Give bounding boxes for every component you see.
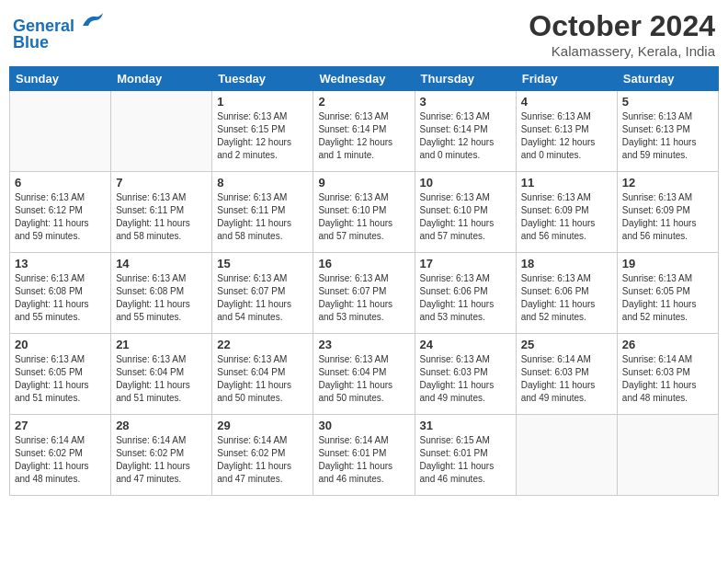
day-number: 15 xyxy=(217,257,308,270)
calendar-cell: 6Sunrise: 6:13 AMSunset: 6:12 PMDaylight… xyxy=(10,172,111,253)
day-number: 2 xyxy=(318,95,409,109)
calendar-cell: 30Sunrise: 6:14 AMSunset: 6:01 PMDayligh… xyxy=(313,415,415,496)
day-number: 3 xyxy=(420,95,511,109)
location: Kalamassery, Kerala, India xyxy=(529,43,715,59)
weekday-header-tuesday: Tuesday xyxy=(212,67,313,91)
calendar-cell: 23Sunrise: 6:13 AMSunset: 6:04 PMDayligh… xyxy=(313,334,415,415)
day-info: Sunrise: 6:13 AMSunset: 6:15 PMDaylight:… xyxy=(217,110,308,162)
calendar-cell: 22Sunrise: 6:13 AMSunset: 6:04 PMDayligh… xyxy=(212,334,313,415)
day-info: Sunrise: 6:13 AMSunset: 6:05 PMDaylight:… xyxy=(15,353,106,405)
weekday-header-wednesday: Wednesday xyxy=(313,67,415,91)
day-info: Sunrise: 6:13 AMSunset: 6:04 PMDaylight:… xyxy=(318,353,409,405)
day-number: 28 xyxy=(116,419,207,432)
calendar-cell: 7Sunrise: 6:13 AMSunset: 6:11 PMDaylight… xyxy=(111,172,212,253)
day-info: Sunrise: 6:13 AMSunset: 6:10 PMDaylight:… xyxy=(318,191,409,243)
day-info: Sunrise: 6:13 AMSunset: 6:10 PMDaylight:… xyxy=(420,191,511,243)
calendar-cell: 14Sunrise: 6:13 AMSunset: 6:08 PMDayligh… xyxy=(111,253,212,334)
calendar-cell: 3Sunrise: 6:13 AMSunset: 6:14 PMDaylight… xyxy=(415,91,516,172)
logo-bird-icon xyxy=(81,9,107,31)
day-info: Sunrise: 6:13 AMSunset: 6:08 PMDaylight:… xyxy=(15,272,106,324)
day-info: Sunrise: 6:13 AMSunset: 6:06 PMDaylight:… xyxy=(420,272,511,324)
day-info: Sunrise: 6:13 AMSunset: 6:11 PMDaylight:… xyxy=(217,191,308,243)
page-header: General Blue October 2024 Kalamassery, K… xyxy=(9,9,719,59)
calendar-cell xyxy=(10,91,111,172)
day-number: 30 xyxy=(318,419,409,432)
weekday-header-friday: Friday xyxy=(516,67,617,91)
calendar-cell: 17Sunrise: 6:13 AMSunset: 6:06 PMDayligh… xyxy=(415,253,516,334)
calendar-cell: 5Sunrise: 6:13 AMSunset: 6:13 PMDaylight… xyxy=(617,91,718,172)
calendar-cell: 18Sunrise: 6:13 AMSunset: 6:06 PMDayligh… xyxy=(516,253,617,334)
day-number: 5 xyxy=(622,95,713,109)
calendar-cell: 25Sunrise: 6:14 AMSunset: 6:03 PMDayligh… xyxy=(516,334,617,415)
day-info: Sunrise: 6:13 AMSunset: 6:03 PMDaylight:… xyxy=(420,353,511,405)
day-number: 27 xyxy=(15,419,106,432)
day-info: Sunrise: 6:13 AMSunset: 6:06 PMDaylight:… xyxy=(521,272,612,324)
calendar-cell: 31Sunrise: 6:15 AMSunset: 6:01 PMDayligh… xyxy=(415,415,516,496)
day-number: 22 xyxy=(217,338,308,351)
calendar-cell: 13Sunrise: 6:13 AMSunset: 6:08 PMDayligh… xyxy=(10,253,111,334)
day-number: 25 xyxy=(521,338,612,351)
calendar-week-row: 20Sunrise: 6:13 AMSunset: 6:05 PMDayligh… xyxy=(10,334,719,415)
calendar-cell: 12Sunrise: 6:13 AMSunset: 6:09 PMDayligh… xyxy=(617,172,718,253)
calendar-cell: 1Sunrise: 6:13 AMSunset: 6:15 PMDaylight… xyxy=(212,91,313,172)
day-info: Sunrise: 6:13 AMSunset: 6:11 PMDaylight:… xyxy=(116,191,207,243)
day-number: 29 xyxy=(217,419,308,432)
day-number: 24 xyxy=(420,338,511,351)
day-number: 14 xyxy=(116,257,207,270)
day-info: Sunrise: 6:14 AMSunset: 6:02 PMDaylight:… xyxy=(116,434,207,486)
day-info: Sunrise: 6:14 AMSunset: 6:03 PMDaylight:… xyxy=(622,353,713,405)
day-info: Sunrise: 6:15 AMSunset: 6:01 PMDaylight:… xyxy=(420,434,511,486)
calendar-cell: 4Sunrise: 6:13 AMSunset: 6:13 PMDaylight… xyxy=(516,91,617,172)
calendar-cell: 16Sunrise: 6:13 AMSunset: 6:07 PMDayligh… xyxy=(313,253,415,334)
day-info: Sunrise: 6:13 AMSunset: 6:12 PMDaylight:… xyxy=(15,191,106,243)
calendar-cell xyxy=(617,415,718,496)
day-number: 19 xyxy=(622,257,713,270)
calendar-week-row: 1Sunrise: 6:13 AMSunset: 6:15 PMDaylight… xyxy=(10,91,719,172)
day-number: 10 xyxy=(420,176,511,190)
day-info: Sunrise: 6:13 AMSunset: 6:14 PMDaylight:… xyxy=(318,110,409,162)
day-info: Sunrise: 6:13 AMSunset: 6:05 PMDaylight:… xyxy=(622,272,713,324)
calendar-cell xyxy=(516,415,617,496)
calendar-cell: 20Sunrise: 6:13 AMSunset: 6:05 PMDayligh… xyxy=(10,334,111,415)
day-info: Sunrise: 6:13 AMSunset: 6:07 PMDaylight:… xyxy=(217,272,308,324)
day-info: Sunrise: 6:13 AMSunset: 6:14 PMDaylight:… xyxy=(420,110,511,162)
calendar-cell: 19Sunrise: 6:13 AMSunset: 6:05 PMDayligh… xyxy=(617,253,718,334)
calendar-cell xyxy=(111,91,212,172)
day-number: 6 xyxy=(15,176,106,190)
calendar-cell: 2Sunrise: 6:13 AMSunset: 6:14 PMDaylight… xyxy=(313,91,415,172)
day-number: 13 xyxy=(15,257,106,270)
day-number: 17 xyxy=(420,257,511,270)
calendar-cell: 26Sunrise: 6:14 AMSunset: 6:03 PMDayligh… xyxy=(617,334,718,415)
day-info: Sunrise: 6:14 AMSunset: 6:03 PMDaylight:… xyxy=(521,353,612,405)
day-number: 8 xyxy=(217,176,308,190)
weekday-header-monday: Monday xyxy=(111,67,212,91)
day-number: 31 xyxy=(420,419,511,432)
day-number: 9 xyxy=(318,176,409,190)
day-info: Sunrise: 6:13 AMSunset: 6:04 PMDaylight:… xyxy=(116,353,207,405)
day-number: 1 xyxy=(217,95,308,109)
day-number: 7 xyxy=(116,176,207,190)
weekday-header-sunday: Sunday xyxy=(10,67,111,91)
day-info: Sunrise: 6:14 AMSunset: 6:01 PMDaylight:… xyxy=(318,434,409,486)
calendar-cell: 9Sunrise: 6:13 AMSunset: 6:10 PMDaylight… xyxy=(313,172,415,253)
day-info: Sunrise: 6:13 AMSunset: 6:07 PMDaylight:… xyxy=(318,272,409,324)
logo: General Blue xyxy=(13,9,107,52)
calendar-cell: 28Sunrise: 6:14 AMSunset: 6:02 PMDayligh… xyxy=(111,415,212,496)
calendar-cell: 10Sunrise: 6:13 AMSunset: 6:10 PMDayligh… xyxy=(415,172,516,253)
day-number: 18 xyxy=(521,257,612,270)
day-info: Sunrise: 6:13 AMSunset: 6:13 PMDaylight:… xyxy=(622,110,713,162)
calendar-week-row: 13Sunrise: 6:13 AMSunset: 6:08 PMDayligh… xyxy=(10,253,719,334)
calendar-cell: 15Sunrise: 6:13 AMSunset: 6:07 PMDayligh… xyxy=(212,253,313,334)
month-title: October 2024 xyxy=(529,9,715,43)
day-number: 12 xyxy=(622,176,713,190)
day-number: 16 xyxy=(318,257,409,270)
title-section: October 2024 Kalamassery, Kerala, India xyxy=(529,9,715,59)
day-number: 23 xyxy=(318,338,409,351)
day-info: Sunrise: 6:13 AMSunset: 6:09 PMDaylight:… xyxy=(622,191,713,243)
day-number: 20 xyxy=(15,338,106,351)
day-number: 11 xyxy=(521,176,612,190)
day-info: Sunrise: 6:14 AMSunset: 6:02 PMDaylight:… xyxy=(217,434,308,486)
day-info: Sunrise: 6:13 AMSunset: 6:13 PMDaylight:… xyxy=(521,110,612,162)
weekday-header-row: SundayMondayTuesdayWednesdayThursdayFrid… xyxy=(10,67,719,91)
calendar-cell: 27Sunrise: 6:14 AMSunset: 6:02 PMDayligh… xyxy=(10,415,111,496)
